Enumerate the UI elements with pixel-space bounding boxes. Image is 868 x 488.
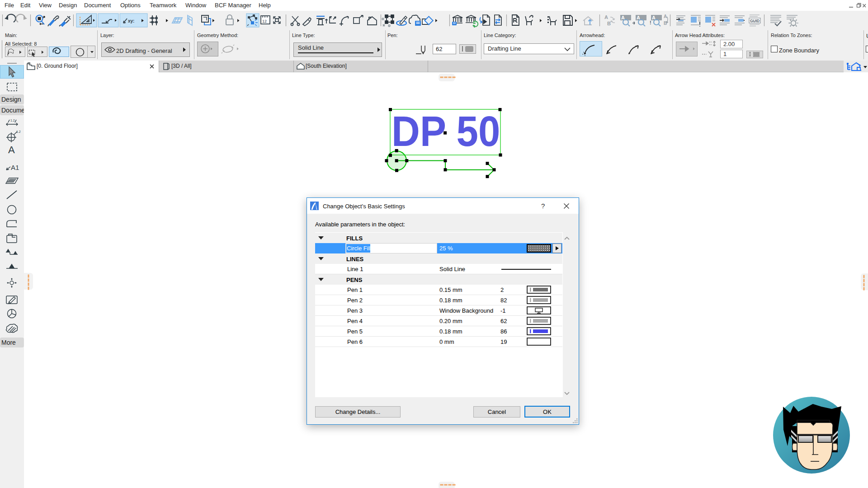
- svg-text:A: A: [8, 144, 15, 155]
- svg-text:1.2: 1.2: [10, 119, 15, 122]
- svg-text:A1: A1: [11, 164, 19, 171]
- svg-text:B: B: [607, 21, 611, 26]
- svg-text:xy:: xy:: [128, 19, 134, 23]
- svg-text:A: A: [604, 14, 608, 20]
- svg-text:12: 12: [262, 19, 267, 23]
- svg-text:!: !: [650, 20, 651, 25]
- svg-text:A: A: [664, 14, 667, 19]
- svg-text:DP 50: DP 50: [392, 108, 500, 155]
- svg-text:1.2: 1.2: [16, 130, 21, 133]
- svg-text:GUID: GUID: [750, 19, 760, 23]
